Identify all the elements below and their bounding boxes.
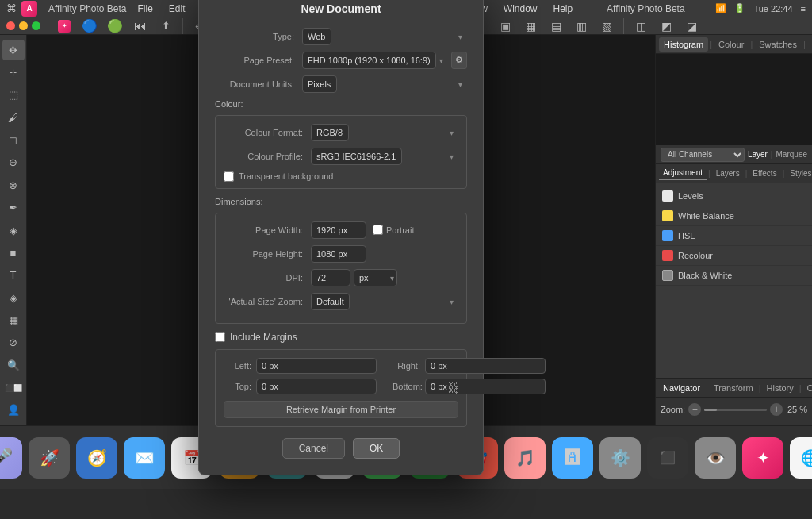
colour-format-select[interactable]: RGB/8 [311,124,349,141]
dpi-unit-select[interactable]: px [354,269,397,286]
fullscreen-button[interactable] [32,21,40,30]
menu-edit[interactable]: Edit [166,2,189,16]
tool-node[interactable]: ◈ [2,220,25,240]
dock-itunes[interactable]: 🎵 [504,437,546,479]
tool-gradient[interactable]: ▦ [2,309,25,330]
menu-help[interactable]: Help [550,2,576,16]
dock-siri[interactable]: 🎤 [0,437,22,479]
toolbar-share[interactable]: ⬆ [155,15,177,37]
tool-paint[interactable]: 🖌 [2,107,25,128]
tool-shape[interactable]: ■ [2,242,25,263]
tab-colour[interactable]: Colour [714,37,749,52]
dock-preview[interactable]: 👁️ [695,437,736,479]
tool-colors[interactable]: ⬛⬜ [2,377,25,398]
chain-icon[interactable]: ⛓ [447,381,460,395]
actual-size-zoom-select[interactable]: Default [311,293,350,310]
minimize-button[interactable] [19,21,28,30]
toolbar-pixel4[interactable]: ▥ [570,15,592,37]
menu-file[interactable]: File [135,2,156,16]
page-height-input[interactable] [311,245,366,263]
channels-select[interactable]: All Channels [661,148,745,162]
tool-fill[interactable]: ◈ [2,287,25,308]
tool-pen[interactable]: ✒ [2,198,25,218]
adj-white-balance[interactable]: White Balance [656,206,812,226]
tool-text[interactable]: T [2,265,25,286]
tab-navigator[interactable]: Navigator [659,382,704,394]
toolbar-icon-affinity[interactable]: ✦ [53,15,75,37]
tab-marquee[interactable]: Marquee [776,150,807,159]
tools-sidebar: ✥ ⊹ ⬚ 🖌 ◻ ⊕ ⊗ ✒ ◈ ■ T ◈ ▦ ⊘ 🔍 ⬛⬜ 👤 [0,35,27,425]
toolbar-pixel5[interactable]: ▧ [596,15,618,37]
menu-window[interactable]: Window [500,2,541,16]
tool-zoom[interactable]: 🔍 [2,355,25,375]
tool-select-rect[interactable]: ⬚ [2,85,25,106]
apple-logo-icon[interactable]: ⌘ [6,2,17,14]
tab-histogram[interactable]: Histogram [659,37,708,52]
tab-channels[interactable]: Channels [803,382,812,394]
toolbar-view3[interactable]: ◪ [680,15,703,37]
tool-erase[interactable]: ◻ [2,129,25,150]
tab-effects[interactable]: Effects [749,167,780,179]
dock-terminal[interactable]: ⬛ [647,437,688,479]
include-margins-checkbox[interactable] [215,332,225,342]
zoom-plus-btn[interactable]: + [770,403,783,416]
tab-history[interactable]: History [763,382,798,394]
dock-mail[interactable]: ✉️ [124,437,165,479]
left-input[interactable] [256,358,377,374]
control-center-icon[interactable]: ≡ [801,4,806,13]
cancel-button[interactable]: Cancel [282,438,345,459]
dock-chrome[interactable]: 🌐 [790,437,812,479]
type-select[interactable]: Web [302,28,331,45]
tool-crop[interactable]: ⊹ [2,62,25,83]
transparent-bg-checkbox[interactable] [224,171,234,182]
toolbar-pixel-persona[interactable]: 🟢 [104,15,126,37]
top-input[interactable] [256,379,377,394]
ok-button[interactable]: OK [353,438,400,459]
tab-styles[interactable]: Styles [786,167,812,179]
toolbar-pixel1[interactable]: ▣ [494,15,516,37]
zoom-minus-btn[interactable]: − [688,403,701,416]
adj-levels[interactable]: Levels [656,186,812,206]
dock-systemprefs[interactable]: ⚙️ [599,437,641,479]
toolbar-export-persona[interactable]: ⏮ [129,15,151,37]
page-width-input[interactable] [311,221,366,239]
menu-app[interactable]: Affinity Photo Beta [45,2,130,16]
tab-swatches[interactable]: Swatches [754,37,802,52]
tab-adjustment[interactable]: Adjustment [659,167,707,180]
modal-footer: Cancel OK [215,438,467,459]
tab-layers[interactable]: Layers [712,167,744,179]
toolbar-develop-persona[interactable]: 🔵 [79,15,101,37]
retrieve-margin-btn[interactable]: Retrieve Margin from Printer [224,401,458,418]
tool-person[interactable]: 👤 [2,400,25,421]
tool-color-picker[interactable]: ⊘ [2,333,25,353]
close-button[interactable] [6,21,15,30]
dock-appstore[interactable]: 🅰 [552,437,593,479]
toolbar-pixel2[interactable]: ▦ [519,15,542,37]
tool-clone[interactable]: ⊕ [2,152,25,173]
toolbar-view2[interactable]: ◩ [655,15,677,37]
preset-settings-btn[interactable]: ⚙ [451,52,467,69]
tab-transform[interactable]: Transform [710,382,757,394]
toolbar-pixel3[interactable]: ▤ [545,15,567,37]
hsl-color [662,230,673,241]
canvas-area: New Document Type: Web Page Preset: [27,35,655,425]
adj-recolour[interactable]: Recolour [656,246,812,266]
tool-move[interactable]: ✥ [2,40,25,60]
colour-profile-select[interactable]: sRGB IEC61966-2.1 [311,148,402,165]
adj-hsl[interactable]: HSL [656,226,812,246]
right-input[interactable] [425,358,546,374]
adj-black-white[interactable]: Black & White [656,266,812,286]
document-units-select[interactable]: Pixels [302,75,337,93]
tab-brushes[interactable]: Brushes [807,37,812,52]
zoom-slider[interactable] [704,409,767,411]
tab-layer[interactable]: Layer [748,150,768,159]
portrait-checkbox[interactable] [373,225,383,235]
toolbar-view1[interactable]: ◫ [630,15,652,37]
bottom-input[interactable] [425,379,546,394]
dpi-input[interactable] [311,269,350,286]
page-preset-select[interactable]: FHD 1080p (1920 x 1080, 16:9) [302,52,436,69]
tool-retouch[interactable]: ⊗ [2,175,25,195]
dock-launchpad[interactable]: 🚀 [29,437,70,479]
dock-safari[interactable]: 🧭 [76,437,117,479]
dock-affinity[interactable]: ✦ [742,437,783,479]
